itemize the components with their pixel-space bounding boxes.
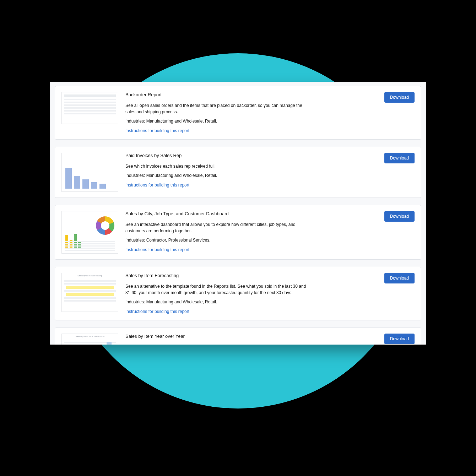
- report-card: Sales by Item Forecasting Sales by Item …: [55, 267, 421, 320]
- report-title: Sales by Item Year over Year: [125, 334, 377, 339]
- report-description: See which invoices each sales rep receiv…: [125, 163, 310, 169]
- report-card: Paid Invoices by Sales Rep See which inv…: [55, 147, 421, 198]
- download-button[interactable]: Download: [384, 334, 415, 344]
- thumb-title: Sales by Item YOY Dashboard: [62, 335, 118, 337]
- donut-chart-icon: [96, 216, 114, 235]
- report-industries: Industries: Manufacturing and Wholesale,…: [125, 173, 377, 178]
- report-thumbnail: [61, 92, 118, 124]
- download-button[interactable]: Download: [384, 92, 415, 103]
- report-body: Paid Invoices by Sales Rep See which inv…: [125, 153, 377, 188]
- report-card: Backorder Report See all open sales orde…: [55, 86, 421, 140]
- report-thumbnail: Sales by Item Forecasting: [61, 273, 118, 312]
- report-thumbnail: Sales by Item YOY Dashboard: [61, 334, 118, 345]
- report-description: See how many of each product were sold a…: [125, 344, 310, 345]
- download-button[interactable]: Download: [384, 211, 415, 222]
- report-industries: Industries: Contractor, Professional Ser…: [125, 238, 377, 243]
- report-industries: Industries: Manufacturing and Wholesale,…: [125, 299, 377, 304]
- report-title: Sales by Item Forecasting: [125, 273, 377, 278]
- report-description: See an interactive dashboard that allows…: [125, 221, 310, 234]
- thumb-title: Sales by Item Forecasting: [62, 275, 118, 277]
- instructions-link[interactable]: Instructions for building this report: [125, 128, 189, 133]
- report-description: See an alternative to the template found…: [125, 283, 310, 296]
- report-title: Sales by City, Job Type, and Customer Da…: [125, 211, 377, 216]
- instructions-link[interactable]: Instructions for building this report: [125, 309, 189, 314]
- download-button[interactable]: Download: [384, 273, 415, 283]
- report-title: Paid Invoices by Sales Rep: [125, 153, 377, 158]
- report-body: Sales by Item Year over Year See how man…: [125, 334, 377, 345]
- report-card: Sales by Item YOY Dashboard Sales by Ite…: [55, 328, 421, 345]
- report-industries: Industries: Manufacturing and Wholesale,…: [125, 119, 377, 124]
- report-body: Sales by Item Forecasting See an alterna…: [125, 273, 377, 314]
- instructions-link[interactable]: Instructions for building this report: [125, 183, 189, 188]
- download-button[interactable]: Download: [384, 153, 415, 163]
- reports-panel: Backorder Report See all open sales orde…: [50, 82, 426, 345]
- report-thumbnail: [61, 211, 118, 254]
- report-title: Backorder Report: [125, 92, 377, 97]
- report-body: Backorder Report See all open sales orde…: [125, 92, 377, 134]
- instructions-link[interactable]: Instructions for building this report: [125, 247, 189, 252]
- report-thumbnail: [61, 153, 118, 192]
- report-card: Sales by City, Job Type, and Customer Da…: [55, 205, 421, 260]
- report-body: Sales by City, Job Type, and Customer Da…: [125, 211, 377, 253]
- report-description: See all open sales orders and the items …: [125, 102, 310, 115]
